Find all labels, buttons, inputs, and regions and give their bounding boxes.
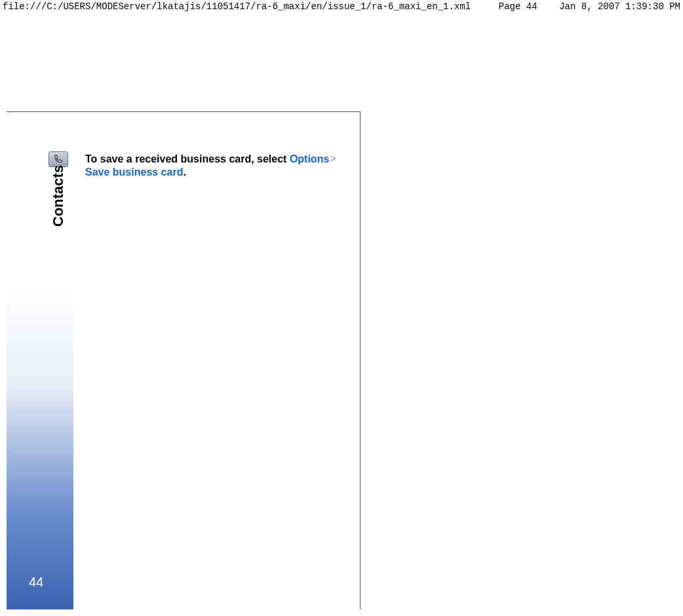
chevron-right-icon: > bbox=[329, 153, 337, 165]
page-label: Page 44 bbox=[499, 1, 537, 12]
options-link: Options bbox=[290, 153, 329, 164]
page-frame: Contacts 44 To save a received business … bbox=[7, 111, 361, 609]
page-number: 44 bbox=[29, 575, 43, 590]
side-column: Contacts 44 bbox=[7, 112, 73, 609]
body-prefix: To save a received business card, select bbox=[85, 153, 290, 164]
timestamp: Jan 8, 2007 1:39:30 PM bbox=[559, 1, 680, 12]
body-paragraph: To save a received business card, select… bbox=[85, 153, 351, 179]
body-suffix: . bbox=[183, 166, 185, 178]
save-business-card-link: Save business card bbox=[85, 166, 183, 178]
file-path: file:///C:/USERS/MODEServer/lkatajis/110… bbox=[3, 1, 471, 14]
print-header: file:///C:/USERS/MODEServer/lkatajis/110… bbox=[0, 0, 683, 16]
header-right: Page 44 Jan 8, 2007 1:39:30 PM bbox=[499, 1, 680, 14]
section-title: Contacts bbox=[50, 165, 67, 227]
